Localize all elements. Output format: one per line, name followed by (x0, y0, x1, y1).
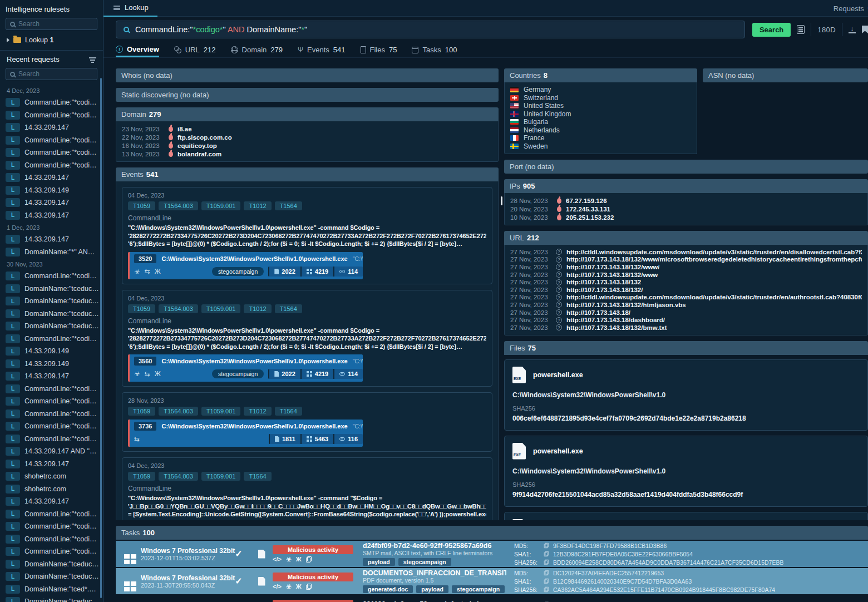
url-value[interactable]: http://107.173.143.18/132/ (566, 287, 643, 293)
file-card[interactable]: powershell.exe C:\Windows\SysWOW64\Windo… (504, 512, 868, 520)
static-header[interactable]: Static discovering (no data) (116, 88, 499, 102)
recent-request-item[interactable]: L DomainName:"tceducn.... (6, 308, 100, 320)
url-value[interactable]: http://107.173.143.18/dashboard/ (566, 317, 665, 323)
ip-value[interactable]: 172.245.33.131 (566, 206, 610, 213)
copy-icon[interactable] (306, 584, 312, 590)
url-row[interactable]: 27 Nov, 2023 http://ctldl.windowsupdate.… (510, 294, 862, 302)
copy-icon[interactable] (306, 556, 312, 562)
whois-header[interactable]: Whois (no data) (116, 68, 499, 82)
task-chip[interactable]: payload (363, 558, 395, 566)
country-row[interactable]: Sweden (510, 142, 691, 151)
campaign-tag[interactable]: stegocampaign (212, 267, 264, 276)
recent-request-item[interactable]: L DomainName:"tceducn.... (6, 295, 100, 308)
process-row[interactable]: 3520 C:\Windows\System32\WindowsPowerShe… (128, 252, 363, 279)
domain-row[interactable]: 16 Nov, 2023 equiticoy.top (122, 141, 492, 150)
code-icon[interactable]: </> (273, 556, 282, 562)
query-input[interactable]: CommandLine:"*codigo*" AND DomainName:"*… (116, 21, 745, 38)
recent-request-item[interactable]: L CommandLine:"*codigo*" (6, 533, 100, 546)
recent-search[interactable] (6, 68, 97, 80)
country-row[interactable]: United Kingdom (510, 110, 691, 119)
file-name[interactable]: powershell.exe (533, 371, 583, 379)
file-card[interactable]: powershell.exe C:\Windows\System32\Windo… (504, 359, 868, 431)
url-row[interactable]: 27 Nov, 2023 http://107.173.143.18/132/ (510, 286, 862, 294)
mitre-tag[interactable]: T1012 (244, 304, 271, 313)
task-chip[interactable]: payload (416, 585, 448, 593)
url-value[interactable]: http://ctldl.windowsupdate.com/msdownloa… (566, 249, 862, 255)
mitre-tag[interactable]: T1564.003 (159, 472, 198, 481)
recent-search-input[interactable] (18, 70, 93, 78)
url-value[interactable]: http://ctldl.windowsupdate.com/msdownloa… (566, 294, 862, 300)
mitre-tag[interactable]: T1012 (244, 201, 271, 210)
url-row[interactable]: 27 Nov, 2023 http://107.173.143.18/ (510, 309, 862, 317)
files-header[interactable]: Files 75 (504, 341, 868, 355)
recent-request-item[interactable]: L CommandLine:"*codigo... (6, 96, 100, 109)
ip-value[interactable]: 67.27.159.126 (566, 198, 607, 204)
task-row[interactable]: Windows 7 Professional 32bit 2023-11-30T… (116, 568, 868, 594)
recent-request-item[interactable]: L 14.33.209.147 (6, 196, 100, 209)
url-header[interactable]: URL 212 (504, 231, 868, 245)
tab-events[interactable]: Events 541 (298, 42, 345, 57)
mitre-tag[interactable]: T1059 (128, 304, 155, 313)
recent-request-item[interactable]: L 14.33.209.147 (6, 171, 100, 184)
bookmark-icon[interactable] (862, 26, 868, 33)
copy-icon[interactable] (544, 543, 549, 548)
ip-value[interactable]: 205.251.153.232 (566, 214, 614, 221)
mitre-tag[interactable]: T1564 (275, 407, 302, 416)
recent-request-item[interactable]: L CommandLine:"*codigo... (6, 270, 100, 283)
sha256-value[interactable]: 9f914d42706fe215501044acd85a32d58aaef141… (512, 491, 860, 499)
campaign-tag[interactable]: stegocampaign (212, 369, 264, 378)
recent-request-item[interactable]: L 14.33.209.147 (6, 495, 100, 508)
hash-value[interactable]: BDD260094E258CD80D6A7A454AD9C0DDA7B36714… (553, 559, 783, 566)
sidebar-scrollbar[interactable] (100, 78, 102, 598)
mitre-tag[interactable]: T1564 (275, 304, 302, 313)
code-icon[interactable]: </> (273, 583, 282, 590)
recent-request-item[interactable]: L 14.33.209.147 (6, 209, 100, 222)
url-row[interactable]: 27 Nov, 2023 http://107.173.143.18/132/w… (510, 263, 862, 271)
mitre-tag[interactable]: T1059.001 (201, 472, 241, 481)
task-title[interactable]: DOCUMENTOS_INFRACCION_DE_TRANSITO.pdf (363, 569, 506, 577)
recent-request-item[interactable]: L CommandLine:"*codigo*" (6, 508, 100, 521)
countries-header[interactable]: Countries 8 (504, 68, 697, 82)
tab-tasks[interactable]: Tasks 100 (412, 42, 457, 57)
filter-icon[interactable] (89, 57, 96, 59)
tasks-header[interactable]: Tasks 100 (116, 526, 868, 540)
copy-icon[interactable] (544, 579, 549, 584)
url-value[interactable]: http://107.173.143.18/132/www/ (566, 264, 659, 270)
recent-request-item[interactable]: L DomainName:"tceducn... (6, 558, 100, 571)
url-value[interactable]: http://107.173.143.18/132 (566, 279, 641, 285)
url-value[interactable]: http://107.173.143.18/ (566, 309, 630, 316)
task-chip[interactable]: stegocampaign (452, 585, 505, 593)
tab-url[interactable]: URL 212 (174, 42, 216, 57)
url-value[interactable]: http://107.173.143.18/132/bmw.txt (566, 324, 667, 331)
recent-request-item[interactable]: L CommandLine:"*codigo... (6, 134, 100, 147)
mitre-tag[interactable]: T1059 (128, 407, 155, 416)
process-row[interactable]: 3560 C:\Windows\System32\WindowsPowerShe… (128, 354, 363, 382)
recent-request-item[interactable]: L CommandLine:"*codigo... (6, 109, 100, 122)
recent-request-item[interactable]: L 14.33.209.149 (6, 345, 100, 358)
recent-request-item[interactable]: L CommandLine:"*codigo... (6, 545, 100, 558)
domain-header[interactable]: Domain 279 (116, 107, 499, 121)
ips-header[interactable]: IPs 905 (504, 179, 868, 193)
recent-request-item[interactable]: L CommandLine:"*codigo... (6, 159, 100, 172)
bug-icon[interactable]: Ж (296, 583, 302, 590)
biohazard-icon[interactable]: ☣ (286, 583, 292, 590)
url-value[interactable]: http://107.173.143.18/132/www (566, 272, 658, 278)
url-row[interactable]: 27 Nov, 2023 http://107.173.143.18/132/w… (510, 271, 862, 279)
recent-request-item[interactable]: L CommandLine:"*codigo... (6, 520, 100, 533)
recent-request-item[interactable]: L CommandLine:"*codigo... (6, 383, 100, 396)
domain-row[interactable]: 22 Nov, 2023 ftp.siscop.com.co (122, 133, 492, 141)
mitre-tag[interactable]: T1059.001 (201, 407, 241, 416)
copy-icon[interactable] (544, 551, 549, 556)
url-row[interactable]: 27 Nov, 2023 http://107.173.143.18/dashb… (510, 316, 862, 324)
hash-value[interactable]: 12B3D98C291FB7FDE8A05C38E22F63066BBF5054 (553, 551, 693, 557)
mitre-tag[interactable]: T1012 (244, 407, 271, 416)
recent-request-item[interactable]: L CommandLine:"*codigo... (6, 408, 100, 421)
url-value[interactable]: http://107.173.143.18/132/www/microsoftb… (566, 256, 862, 263)
tab-domain[interactable]: Domain 279 (231, 42, 283, 57)
recent-request-item[interactable]: L 14.33.209.147 (6, 370, 100, 383)
mitre-tag[interactable]: T1564 (275, 201, 302, 210)
mitre-tag[interactable]: T1564.003 (159, 407, 198, 416)
mitre-tag[interactable]: T1059 (128, 472, 155, 481)
recent-request-item[interactable]: L 14.33.209.147 AND "12... (6, 445, 100, 458)
tab-lookup[interactable]: Lookup (103, 0, 157, 17)
